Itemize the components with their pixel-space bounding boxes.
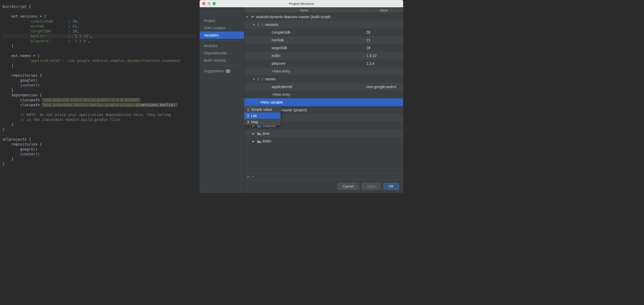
tree-toolbar: + − xyxy=(244,173,403,180)
folder-icon xyxy=(257,132,261,135)
cancel-button[interactable]: Cancel xyxy=(337,183,359,190)
disclosure-down-icon[interactable]: ▼ xyxy=(246,16,249,18)
row-label: +New entry xyxy=(272,69,290,73)
row-value[interactable]: 21 xyxy=(364,38,403,42)
disclosure-down-icon[interactable]: ▼ xyxy=(253,23,256,26)
ok-button[interactable]: OK xyxy=(383,183,399,190)
tree-row[interactable]: applicationIdcom.google.androi xyxy=(244,83,403,91)
braces-icon: { } xyxy=(257,23,263,27)
tree-row[interactable]: compileSdk28 xyxy=(244,28,403,36)
tree-row[interactable]: targetSdk28 xyxy=(244,44,403,52)
popup-item[interactable]: 2. List xyxy=(244,113,280,119)
row-value[interactable]: 28 xyxy=(364,30,403,34)
dialog-sidebar: ← → ProjectSDK LocationVariablesModulesD… xyxy=(200,7,244,193)
row-value[interactable]: 28 xyxy=(364,46,403,50)
dialog-titlebar: Project Structure xyxy=(200,0,403,7)
row-label: applicationId xyxy=(272,85,292,89)
row-label: names xyxy=(265,77,276,81)
row-value[interactable]: com.google.androi xyxy=(364,85,403,89)
row-value[interactable]: 1.3.10 xyxy=(364,54,403,58)
sidebar-item-dependencies[interactable]: Dependencies xyxy=(200,49,244,57)
tree-action[interactable]: +New entry xyxy=(244,91,403,98)
nav-forward-icon[interactable]: → xyxy=(207,10,212,14)
braces-icon: { } xyxy=(257,77,263,81)
folder-icon xyxy=(257,140,261,143)
disclosure-right-icon[interactable]: ▶ xyxy=(253,132,256,135)
row-label: minSdk xyxy=(272,38,284,42)
row-label: kotlin xyxy=(272,54,280,58)
tree-row[interactable]: ▶java xyxy=(244,129,403,137)
remove-icon[interactable]: − xyxy=(252,175,254,179)
dialog-title: Project Structure xyxy=(200,2,403,6)
new-variable-popup: 1. Simple value2. List3. Map xyxy=(244,106,281,125)
tree-row[interactable]: ▶kotlin xyxy=(244,137,403,145)
sidebar-item-variables[interactable]: Variables xyxy=(200,32,244,39)
project-structure-dialog: Project Structure ← → ProjectSDK Locatio… xyxy=(200,0,403,193)
sidebar-item-project[interactable]: Project xyxy=(200,17,244,24)
sidebar-item-sdk-location[interactable]: SDK Location xyxy=(200,24,244,32)
tree-action[interactable]: +New entry xyxy=(244,67,403,75)
row-label: android-dynamic-features-master (build s… xyxy=(256,15,330,19)
add-icon[interactable]: + xyxy=(247,175,249,179)
popup-item[interactable]: 3. Map xyxy=(244,119,280,125)
tree-row[interactable]: ▼android-dynamic-features-master (build … xyxy=(244,13,403,21)
sidebar-item-modules[interactable]: Modules xyxy=(200,42,244,49)
row-label: playcore xyxy=(272,61,285,66)
row-label: versions xyxy=(265,23,278,27)
row-label: +New variable xyxy=(260,100,283,104)
column-header-name[interactable]: Name xyxy=(244,8,364,13)
gradle-icon xyxy=(250,15,255,18)
apply-button[interactable]: Apply xyxy=(361,183,381,190)
tree-row[interactable]: ▼{ }versions xyxy=(244,21,403,28)
row-value[interactable]: 1.3.4 xyxy=(364,61,403,66)
popup-item[interactable]: 1. Simple value xyxy=(244,106,280,113)
tree-row[interactable]: playcore1.3.4 xyxy=(244,60,403,67)
tree-action[interactable]: +New variable xyxy=(244,98,403,106)
row-label: java xyxy=(263,131,269,135)
code-editor[interactable]: buildscript { ext.versions = [ 'compileS… xyxy=(0,0,200,193)
suggestions-badge: 3 xyxy=(225,69,231,73)
column-header-value[interactable]: Value xyxy=(364,8,403,13)
variables-tree[interactable]: ▼android-dynamic-features-master (build … xyxy=(244,13,403,173)
tree-row[interactable]: kotlin1.3.10 xyxy=(244,52,403,60)
row-label: targetSdk xyxy=(272,46,287,50)
sidebar-item-suggestions[interactable]: Suggestions3 xyxy=(200,67,244,75)
row-label: +New entry xyxy=(272,92,290,97)
tree-row[interactable]: ▼{ }names xyxy=(244,75,403,83)
row-label: kotlin xyxy=(263,139,271,143)
row-label: compileSdk xyxy=(272,30,290,34)
tree-row[interactable]: minSdk21 xyxy=(244,36,403,44)
disclosure-down-icon[interactable]: ▼ xyxy=(253,78,256,81)
nav-back-icon[interactable]: ← xyxy=(202,10,206,14)
disclosure-right-icon[interactable]: ▶ xyxy=(253,140,256,143)
sidebar-item-build-variants[interactable]: Build Variants xyxy=(200,57,244,64)
